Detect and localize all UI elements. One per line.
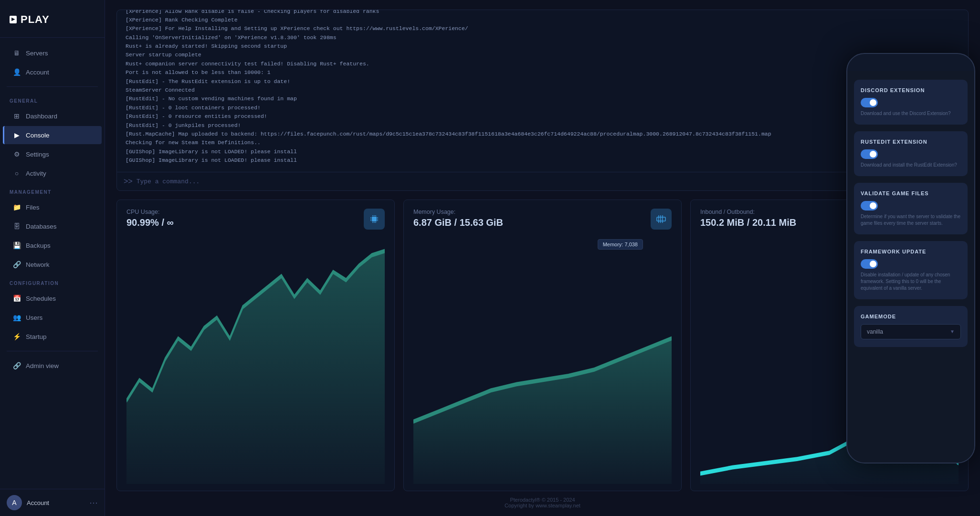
footer-line1: Pterodactyl® © 2015 - 2024	[116, 497, 969, 503]
sidebar-item-files[interactable]: 📁 Files	[3, 198, 102, 216]
console-panel: Installed : 0spawn points.Game created! …	[116, 10, 969, 191]
footer-line2: Copyright by www.steamplay.net	[116, 503, 969, 508]
account-name: Account	[27, 499, 89, 506]
sidebar-item-label: Dashboard	[26, 113, 57, 120]
sidebar-item-admin-view[interactable]: 🔗 Admin view	[3, 357, 102, 375]
sidebar-item-label: Users	[26, 314, 42, 321]
avatar: A	[7, 495, 22, 510]
cpu-icon	[364, 209, 385, 230]
sidebar-item-label: Activity	[26, 170, 46, 177]
startup-icon: ⚡	[12, 332, 21, 341]
console-icon: ▶	[12, 131, 21, 139]
admin-view-icon: 🔗	[12, 361, 21, 370]
memory-stat-value: 6.87 GiB / 15.63 GiB	[413, 217, 503, 228]
sidebar-divider-1	[7, 86, 98, 87]
toggle-knob	[870, 99, 876, 106]
logo-icon: ▶	[10, 16, 17, 23]
cpu-stat-title: CPU Usage:	[126, 209, 174, 215]
discord-extension-title: DISCORD EXTENSION	[861, 87, 961, 93]
activity-icon: ○	[12, 169, 21, 178]
sidebar-item-settings[interactable]: ⚙ Settings	[3, 145, 102, 163]
validate-game-files-card: VALIDATE GAME FILES Determine if you wan…	[854, 183, 968, 234]
memory-chart: Memory: 7,038	[413, 234, 672, 484]
sidebar-item-label: Backups	[26, 242, 51, 249]
sidebar-item-backups[interactable]: 💾 Backups	[3, 236, 102, 254]
phone-overlay: DISCORD EXTENSION Download and use the D…	[842, 0, 980, 516]
gamemode-title: GAMEMODE	[861, 314, 961, 319]
sidebar-item-users[interactable]: 👥 Users	[3, 308, 102, 326]
logo-text: PLAY	[21, 13, 50, 26]
validate-game-files-title: VALIDATE GAME FILES	[861, 190, 961, 196]
cpu-stat-card: CPU Usage: 90.99% / ∞	[116, 200, 395, 491]
memory-stat-header: Memory Usage: 6.87 GiB / 15.63 GiB	[413, 209, 672, 230]
rustedit-extension-toggle[interactable]	[861, 149, 878, 159]
network-icon: 🔗	[12, 260, 21, 269]
cpu-chart	[126, 234, 385, 484]
sidebar-item-label: Console	[26, 132, 50, 139]
sidebar-item-account-top[interactable]: 👤 Account	[3, 63, 102, 81]
logo: ▶ PLAY	[0, 0, 105, 38]
section-label-management: MANAGEMENT	[0, 183, 105, 198]
toggle-knob	[870, 261, 876, 267]
sidebar: ▶ PLAY 🖥 Servers 👤 Account GENERAL ⊞ Das…	[0, 0, 105, 516]
sidebar-item-dashboard[interactable]: ⊞ Dashboard	[3, 107, 102, 125]
rustedit-extension-title: RUSTEDIT EXTENSION	[861, 139, 961, 145]
servers-icon: 🖥	[12, 49, 21, 57]
console-output[interactable]: Installed : 0spawn points.Game created! …	[117, 10, 968, 172]
network-stat-title: Inbound / Outbound:	[700, 209, 796, 215]
rustedit-extension-card: RUSTEDIT EXTENSION Download and install …	[854, 131, 968, 176]
framework-update-toggle[interactable]	[861, 259, 878, 269]
discord-extension-toggle[interactable]	[861, 98, 878, 107]
account-icon: 👤	[12, 68, 21, 76]
framework-update-card: FRAMEWORK UPDATE Disable installation / …	[854, 241, 968, 299]
gamemode-chevron-icon: ▼	[950, 329, 955, 334]
sidebar-divider-2	[7, 351, 98, 351]
gamemode-select[interactable]: vanilla ▼	[861, 324, 961, 339]
backups-icon: 💾	[12, 241, 21, 250]
sidebar-item-label: Schedules	[26, 295, 56, 302]
sidebar-item-label: Account	[26, 69, 49, 76]
files-icon: 📁	[12, 203, 21, 211]
sidebar-item-label: Servers	[26, 50, 48, 57]
gamemode-value: vanilla	[867, 328, 883, 335]
main-footer: Pterodactyl® © 2015 - 2024 Copyright by …	[116, 497, 969, 508]
sidebar-item-label: Admin view	[26, 362, 59, 369]
validate-game-files-toggle[interactable]	[861, 201, 878, 211]
memory-stat-card: Memory Usage: 6.87 GiB / 15.63 GiB	[403, 200, 682, 491]
dashboard-icon: ⊞	[12, 112, 21, 120]
console-input[interactable]	[137, 178, 961, 185]
sidebar-item-label: Startup	[26, 333, 47, 340]
svg-rect-1	[657, 217, 665, 221]
sidebar-item-activity[interactable]: ○ Activity	[3, 164, 102, 182]
memory-stat-title: Memory Usage:	[413, 209, 503, 215]
phone-content: DISCORD EXTENSION Download and use the D…	[847, 71, 974, 463]
settings-icon: ⚙	[12, 150, 21, 158]
section-label-configuration: CONFIGURATION	[0, 274, 105, 289]
app-wrapper: ▶ PLAY 🖥 Servers 👤 Account GENERAL ⊞ Das…	[0, 0, 980, 516]
rustedit-extension-desc: Download and install the RustEdit Extens…	[861, 162, 961, 168]
validate-game-files-desc: Determine if you want the server to vali…	[861, 213, 961, 227]
discord-extension-desc: Download and use the Discord Extension?	[861, 110, 961, 117]
account-menu-button[interactable]: ⋯	[89, 497, 98, 508]
sidebar-item-servers[interactable]: 🖥 Servers	[3, 44, 102, 62]
memory-icon	[651, 209, 672, 230]
sidebar-item-label: Databases	[26, 223, 57, 230]
section-label-general: GENERAL	[0, 92, 105, 106]
toggle-knob	[870, 151, 876, 158]
sidebar-item-startup[interactable]: ⚡ Startup	[3, 327, 102, 346]
discord-extension-card: DISCORD EXTENSION Download and use the D…	[854, 80, 968, 125]
sidebar-item-console[interactable]: ▶ Console	[3, 126, 102, 144]
sidebar-item-label: Network	[26, 261, 50, 268]
cpu-stat-header: CPU Usage: 90.99% / ∞	[126, 209, 385, 230]
sidebar-item-schedules[interactable]: 📅 Schedules	[3, 289, 102, 307]
toggle-knob	[870, 202, 876, 209]
console-prompt-icon: >>	[124, 177, 133, 186]
cpu-stat-value: 90.99% / ∞	[126, 217, 174, 228]
framework-update-title: FRAMEWORK UPDATE	[861, 249, 961, 254]
stats-row: CPU Usage: 90.99% / ∞	[116, 200, 969, 491]
databases-icon: 🗄	[12, 222, 21, 231]
sidebar-item-network[interactable]: 🔗 Network	[3, 255, 102, 274]
sidebar-item-label: Settings	[26, 151, 49, 158]
sidebar-item-databases[interactable]: 🗄 Databases	[3, 217, 102, 235]
console-input-bar: >>	[117, 172, 968, 190]
